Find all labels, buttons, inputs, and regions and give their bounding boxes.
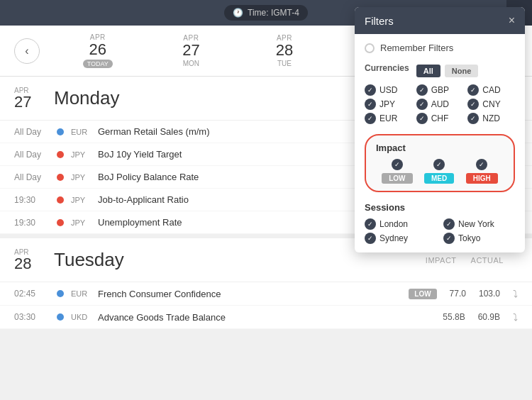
chart-icon: ⤵ (513, 288, 518, 299)
session-label: Tokyo (458, 233, 480, 243)
event-currency: JPY (71, 173, 91, 182)
currency-code: CNY (482, 99, 500, 109)
tuesday-date: APR 28 (14, 248, 43, 272)
session-label: New York (458, 219, 494, 229)
date-day: 27 (182, 42, 199, 59)
event-currency: JPY (71, 218, 91, 227)
currency-chf[interactable]: CHF (416, 113, 464, 124)
check-icon (392, 159, 403, 170)
all-currencies-button[interactable]: All (416, 65, 440, 77)
check-icon (467, 84, 479, 96)
currency-eur[interactable]: EUR (365, 113, 412, 124)
event-currency: JPY (71, 196, 91, 204)
actual-val2: 103.0 (479, 289, 500, 299)
remember-filters-row[interactable]: Remember Filters (365, 43, 515, 53)
event-currency: UKD (71, 313, 91, 321)
event-time: 02:45 (14, 289, 50, 299)
date-item-apr26[interactable]: APR 26 TODAY (51, 33, 145, 68)
check-icon (416, 99, 428, 110)
currency-grid: USD GBP CAD JPY AUD CNY (365, 84, 515, 124)
filters-close-button[interactable]: × (509, 14, 515, 27)
filters-title: Filters (365, 15, 394, 27)
impact-high[interactable]: HIGH (466, 159, 498, 184)
event-title: French Consumer Confidence (98, 289, 401, 299)
event-time: All Day (14, 172, 50, 182)
currency-code: NZD (482, 113, 500, 123)
event-dot (57, 128, 64, 135)
event-dot (57, 151, 64, 158)
chart-icon: ⤵ (513, 311, 518, 323)
sessions-section: Sessions London New York Sydney Tokyo (365, 202, 515, 244)
today-badge: TODAY (83, 60, 113, 68)
impact-med[interactable]: MED (424, 159, 454, 184)
currency-code: AUD (431, 99, 449, 109)
session-sydney[interactable]: Sydney (365, 233, 436, 244)
clock-icon: 🕐 (233, 8, 243, 18)
session-newyork[interactable]: New York (443, 218, 515, 230)
currency-code: GBP (431, 85, 449, 95)
time-label: Time: IGMT-4 (248, 8, 299, 18)
check-icon (365, 84, 376, 96)
check-icon (467, 99, 479, 110)
event-dot (57, 219, 64, 226)
session-label: London (379, 219, 408, 229)
currency-cny[interactable]: CNY (467, 99, 515, 110)
event-currency: EUR (71, 289, 91, 298)
filters-body: Remember Filters Currencies All None USD… (355, 34, 525, 252)
monday-date: APR 27 (14, 87, 43, 110)
check-icon (467, 113, 479, 124)
currency-gbp[interactable]: GBP (416, 84, 464, 96)
check-icon (443, 218, 455, 230)
filters-panel: Filters × Remember Filters Currencies Al… (355, 7, 525, 252)
event-time: All Day (14, 150, 50, 160)
none-currencies-button[interactable]: None (445, 65, 479, 77)
event-row: 03:30 UKD Advance Goods Trade Balance 55… (0, 306, 532, 329)
currency-code: CHF (431, 113, 449, 123)
event-title: Advance Goods Trade Balance (98, 312, 430, 323)
prev-arrow[interactable]: ‹ (14, 38, 40, 64)
monday-day: 27 (14, 94, 31, 110)
currency-nzd[interactable]: NZD (467, 113, 515, 124)
sessions-title: Sessions (365, 202, 515, 213)
check-icon (416, 113, 428, 124)
date-day: 28 (276, 42, 293, 59)
impact-section: Impact LOW MED HIGH (365, 134, 515, 192)
event-time: 19:30 (14, 218, 50, 228)
event-dot (57, 174, 64, 181)
date-item-apr28[interactable]: APR 28 TUE (238, 34, 331, 67)
currency-code: JPY (379, 99, 395, 109)
date-dayname: TUE (277, 60, 292, 67)
check-icon (476, 159, 487, 170)
impact-high-label: HIGH (466, 173, 498, 184)
event-currency: EUR (71, 128, 91, 136)
currencies-label: Currencies (365, 63, 409, 73)
impact-items: LOW MED HIGH (376, 159, 504, 184)
impact-low[interactable]: LOW (382, 159, 412, 184)
currency-aud[interactable]: AUD (416, 99, 464, 110)
date-item-apr27[interactable]: APR 27 MON (145, 34, 238, 67)
currency-jpy[interactable]: JPY (365, 99, 412, 110)
event-time: All Day (14, 127, 50, 137)
impact-med-label: MED (424, 173, 454, 184)
session-tokyo[interactable]: Tokyo (443, 233, 515, 244)
session-london[interactable]: London (365, 218, 436, 230)
currency-code: CAD (482, 85, 500, 95)
actual-col-label: ACTUAL (471, 256, 504, 265)
event-dot (57, 313, 64, 321)
check-icon (365, 218, 376, 230)
check-icon (433, 159, 445, 170)
check-icon (416, 84, 428, 96)
currency-cad[interactable]: CAD (467, 84, 515, 96)
currency-usd[interactable]: USD (365, 84, 412, 96)
check-icon (365, 99, 376, 110)
remember-label: Remember Filters (380, 43, 453, 53)
remember-radio[interactable] (365, 43, 375, 53)
impact-low-label: LOW (382, 173, 412, 184)
tuesday-day: 28 (14, 256, 31, 272)
currencies-header-row: Currencies All None (365, 63, 515, 79)
time-badge: 🕐 Time: IGMT-4 (224, 5, 308, 21)
date-dayname: MON (183, 60, 199, 67)
check-icon (365, 113, 376, 124)
check-icon (443, 233, 455, 244)
event-dot (57, 290, 64, 297)
